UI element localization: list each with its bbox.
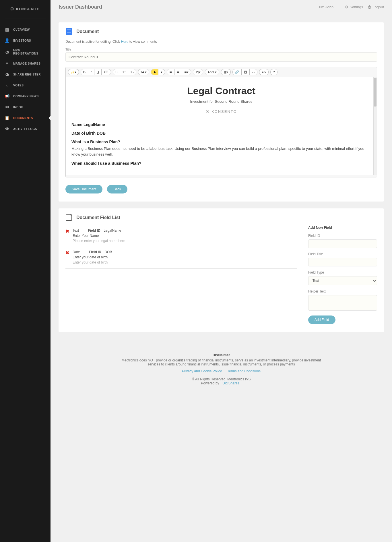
- title-input[interactable]: [65, 52, 377, 62]
- font-family-select[interactable]: Arial ▾: [205, 69, 219, 75]
- unordered-list-button[interactable]: ≣: [167, 69, 174, 75]
- sidebar-item-votes[interactable]: ○VOTES: [0, 80, 51, 91]
- megaphone-icon: 📢: [5, 94, 10, 99]
- field-type-select[interactable]: Text: [308, 276, 377, 285]
- doc-subtitle: Investment for Second Round Shares: [71, 99, 371, 104]
- sidebar-item-company-news[interactable]: 📢COMPANY NEWS: [0, 91, 51, 102]
- sidebar-item-activity-logs[interactable]: 👁ACTIVITY LOGS: [0, 123, 51, 134]
- nav-label: NEW REGISTRATIONS: [13, 49, 46, 55]
- document-actions: Save Document Back: [65, 185, 377, 193]
- nav-label: INVESTORS: [13, 39, 31, 42]
- sidebar-item-manage-shares[interactable]: ≡MANAGE SHARES: [0, 58, 51, 69]
- save-document-button[interactable]: Save Document: [65, 185, 102, 193]
- back-button[interactable]: Back: [107, 185, 127, 193]
- field-meta: Text Field ID LegalName: [73, 229, 125, 233]
- video-button[interactable]: ▭: [250, 69, 257, 75]
- sidebar: KONSENTO ▦OVERVIEW 👤INVESTORS ◔NEW REGIS…: [0, 0, 51, 542]
- dob-line: Date of Birth DOB: [71, 131, 371, 136]
- subscript-button[interactable]: X₂: [128, 69, 136, 75]
- clock-icon: ◔: [5, 49, 10, 55]
- delete-field-button[interactable]: ✖: [65, 250, 69, 264]
- field-id-input-label: Field ID: [308, 234, 377, 238]
- italic-button[interactable]: I: [88, 69, 94, 75]
- logout-link[interactable]: ⏻Logout: [368, 5, 384, 9]
- add-field-button[interactable]: Add Field: [308, 315, 335, 324]
- field-type-value: Date: [73, 250, 80, 254]
- question-2: When should I use a Business Plan?: [71, 161, 371, 166]
- hint-prefix: Document is active for editing. Click: [65, 40, 121, 44]
- delete-field-button[interactable]: ✖: [65, 229, 69, 243]
- table-button[interactable]: ▦▾: [221, 69, 230, 75]
- document-icon: [65, 28, 72, 35]
- sidebar-item-overview[interactable]: ▦OVERVIEW: [0, 24, 51, 35]
- field-meta: Date Field ID DOB: [73, 250, 112, 254]
- doc-heading: Legal Contract: [71, 85, 371, 96]
- field-type-select-label: Field Type: [308, 270, 377, 274]
- title-label: Title: [65, 48, 377, 51]
- code-view-button[interactable]: </>: [259, 69, 269, 75]
- field-item: ✖ Date Field ID DOB Enter your date of b…: [65, 247, 297, 269]
- resize-handle[interactable]: [66, 175, 377, 177]
- scroll-thumb[interactable]: [374, 78, 377, 107]
- sidebar-item-inbox[interactable]: ✉INBOX: [0, 102, 51, 113]
- grid-icon: ▦: [5, 27, 10, 32]
- sidebar-item-new-registrations[interactable]: ◔NEW REGISTRATIONS: [0, 46, 51, 58]
- nav-label: INBOX: [13, 106, 23, 109]
- privacy-link[interactable]: Privacy and Cookie Policy: [182, 369, 222, 373]
- superscript-button[interactable]: X²: [120, 69, 128, 75]
- settings-link[interactable]: ⚙Settings: [345, 5, 363, 9]
- nav-list: ▦OVERVIEW 👤INVESTORS ◔NEW REGISTRATIONS …: [0, 24, 51, 134]
- add-field-heading: Add New Field: [308, 226, 377, 230]
- magic-button[interactable]: ✨▾: [68, 69, 79, 75]
- document-card: Document Document is active for editing.…: [59, 22, 384, 202]
- field-id-label: Field ID: [88, 229, 100, 233]
- highlight-caret[interactable]: ▾: [158, 69, 165, 75]
- field-list-body: ✖ Text Field ID LegalName Enter Your Nam…: [65, 226, 377, 324]
- paragraph-button[interactable]: T¶▾: [193, 69, 203, 75]
- field-id-value: DOB: [104, 250, 112, 254]
- field-helper: Please enter your legal name here: [73, 239, 125, 243]
- field-id-label: Field ID: [89, 250, 101, 254]
- page-title: Issuer Dashboard: [59, 4, 318, 10]
- doc-brand: ⦿ KONSENTO: [71, 109, 371, 114]
- power-icon: ⏻: [368, 5, 371, 9]
- field-id-input[interactable]: [308, 239, 377, 248]
- image-button[interactable]: 🖼: [242, 69, 250, 75]
- indent-button[interactable]: ≣▾: [182, 69, 191, 75]
- brand-text: KONSENTO: [10, 7, 40, 11]
- gear-icon: ⚙: [345, 5, 348, 9]
- sidebar-item-documents[interactable]: 📋DOCUMENTS: [0, 113, 51, 123]
- view-comments-link[interactable]: Here: [121, 40, 128, 44]
- link-button[interactable]: 🔗: [233, 69, 242, 75]
- footer: Disclaimer Medtronics does NOT provide o…: [51, 347, 392, 391]
- bold-button[interactable]: B: [81, 69, 88, 75]
- main: Issuer Dashboard Tim John ⚙Settings ⏻Log…: [51, 0, 392, 542]
- terms-link[interactable]: Terms and Conditions: [227, 369, 261, 373]
- sidebar-item-share-register[interactable]: ◕SHARE REGISTER: [0, 69, 51, 80]
- highlight-button[interactable]: A: [151, 69, 158, 75]
- editor-toolbar: ✨▾ B I U ⌫ S X² X₂ 14 ▾: [66, 67, 377, 77]
- name-field: LegalName: [84, 122, 105, 127]
- dob-label: Date of Birth: [71, 131, 97, 136]
- circle-icon: ○: [5, 83, 10, 88]
- editing-hint: Document is active for editing. Click He…: [65, 40, 377, 44]
- ordered-list-button[interactable]: ≣: [174, 69, 182, 75]
- field-list-title: Document Field List: [76, 215, 120, 220]
- rich-text-editor: ✨▾ B I U ⌫ S X² X₂ 14 ▾: [65, 67, 377, 177]
- helper-text-input[interactable]: [308, 295, 377, 311]
- helper-text-label: Helper Text: [308, 289, 377, 293]
- content: Document Document is active for editing.…: [51, 14, 392, 347]
- editor-body[interactable]: Legal Contract Investment for Second Rou…: [66, 77, 377, 175]
- help-button[interactable]: ?: [271, 69, 277, 75]
- paragraph-1: Making a Business Plan does not need to …: [71, 146, 371, 157]
- scrollbar[interactable]: [373, 77, 377, 175]
- strike-button[interactable]: S: [113, 69, 120, 75]
- font-size-select[interactable]: 14 ▾: [138, 69, 149, 75]
- underline-button[interactable]: U: [94, 69, 102, 75]
- field-title: Enter your date of birth: [73, 255, 112, 259]
- sidebar-item-investors[interactable]: 👤INVESTORS: [0, 35, 51, 46]
- field-title-input[interactable]: [308, 258, 377, 266]
- powered-link[interactable]: DigiShares: [222, 381, 239, 385]
- clear-format-button[interactable]: ⌫: [102, 69, 111, 75]
- topbar: Issuer Dashboard Tim John ⚙Settings ⏻Log…: [51, 0, 392, 14]
